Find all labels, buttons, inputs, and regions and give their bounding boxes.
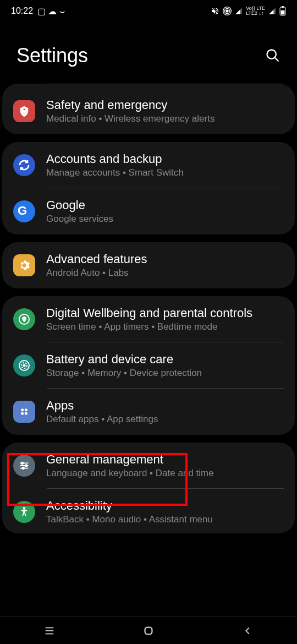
navigation-bar (0, 616, 297, 644)
setting-item-advanced[interactable]: Advanced featuresAndroid Auto • Labs (2, 242, 295, 288)
svg-point-15 (21, 408, 24, 411)
setting-title: Accessibility (46, 499, 284, 513)
home-button[interactable] (132, 623, 165, 639)
settings-list: Safety and emergencyMedical info • Wirel… (0, 84, 297, 533)
svg-point-14 (24, 365, 25, 367)
setting-text: Safety and emergencyMedical info • Wirel… (46, 98, 284, 124)
lte-indicator: Vo)) LTELTE2 ↓↑ (246, 6, 265, 16)
hotspot-icon (223, 7, 232, 15)
settings-group: Advanced featuresAndroid Auto • Labs (2, 242, 295, 288)
setting-item-google[interactable]: GGoogleGoogle services (2, 188, 295, 234)
setting-subtitle: Storage • Memory • Device protection (46, 368, 284, 379)
battery-icon (279, 6, 286, 16)
svg-rect-8 (23, 111, 25, 113)
setting-text: GoogleGoogle services (46, 198, 284, 225)
signal-icon-1 (235, 7, 243, 15)
svg-point-9 (24, 109, 25, 110)
search-icon[interactable] (265, 48, 280, 63)
setting-subtitle: TalkBack • Mono audio • Assistant menu (46, 514, 284, 525)
setting-title: Apps (46, 399, 284, 413)
setting-text: Battery and device careStorage • Memory … (46, 352, 284, 379)
recent-apps-button[interactable] (33, 623, 66, 639)
setting-title: General management (46, 452, 284, 467)
svg-text:G: G (18, 205, 27, 217)
setting-text: Digital Wellbeing and parental controlsS… (46, 306, 284, 332)
setting-title: Safety and emergency (46, 98, 284, 112)
settings-group: General managementLanguage and keyboard … (2, 443, 295, 533)
setting-item-general[interactable]: General managementLanguage and keyboard … (2, 443, 295, 489)
settings-group: Digital Wellbeing and parental controlsS… (2, 296, 295, 435)
setting-item-safety[interactable]: Safety and emergencyMedical info • Wirel… (2, 88, 295, 134)
status-time: 10:22 (11, 6, 33, 16)
setting-subtitle: Medical info • Wireless emergency alerts (46, 113, 284, 124)
signal-icon-2 (268, 7, 276, 15)
apps-icon (13, 401, 35, 423)
safety-icon (13, 100, 35, 122)
svg-point-23 (25, 465, 28, 467)
header: Settings (0, 22, 297, 84)
page-title: Settings (16, 44, 88, 67)
battery-icon (13, 354, 35, 376)
settings-group: Accounts and backupManage accounts • Sma… (2, 142, 295, 234)
setting-text: Accounts and backupManage accounts • Sma… (46, 152, 284, 178)
setting-subtitle: Manage accounts • Smart Switch (46, 167, 284, 178)
status-indicators: ▢ ☁ ⌣ (37, 6, 65, 17)
svg-line-7 (275, 58, 279, 62)
setting-title: Battery and device care (46, 352, 284, 367)
setting-subtitle: Google services (46, 214, 284, 225)
setting-title: Digital Wellbeing and parental controls (46, 306, 284, 320)
mute-icon (211, 7, 219, 15)
setting-text: General managementLanguage and keyboard … (46, 452, 284, 479)
setting-item-accessibility[interactable]: AccessibilityTalkBack • Mono audio • Ass… (2, 489, 295, 533)
svg-point-22 (21, 462, 24, 465)
setting-subtitle: Default apps • App settings (46, 414, 284, 425)
setting-subtitle: Android Auto • Labs (46, 268, 284, 279)
wellbeing-icon (13, 308, 35, 330)
svg-point-24 (22, 467, 24, 470)
setting-item-wellbeing[interactable]: Digital Wellbeing and parental controlsS… (2, 296, 295, 342)
settings-group: Safety and emergencyMedical info • Wirel… (2, 84, 295, 134)
setting-title: Accounts and backup (46, 152, 284, 166)
svg-point-17 (21, 412, 24, 415)
svg-rect-4 (282, 6, 284, 8)
svg-point-18 (25, 412, 28, 415)
setting-subtitle: Screen time • App timers • Bedtime mode (46, 321, 284, 332)
setting-item-battery[interactable]: Battery and device careStorage • Memory … (2, 342, 295, 389)
accessibility-icon (13, 501, 35, 523)
svg-point-25 (23, 507, 26, 510)
status-bar: 10:22 ▢ ☁ ⌣ Vo)) LTELTE2 ↓↑ (0, 0, 297, 22)
status-left: 10:22 ▢ ☁ ⌣ (11, 6, 65, 17)
status-right: Vo)) LTELTE2 ↓↑ (211, 6, 286, 16)
svg-point-16 (25, 408, 28, 411)
svg-rect-29 (145, 627, 152, 634)
setting-text: AccessibilityTalkBack • Mono audio • Ass… (46, 499, 284, 525)
setting-text: Advanced featuresAndroid Auto • Labs (46, 252, 284, 279)
setting-subtitle: Language and keyboard • Date and time (46, 468, 284, 479)
svg-point-6 (267, 50, 276, 59)
setting-item-accounts[interactable]: Accounts and backupManage accounts • Sma… (2, 142, 295, 188)
setting-title: Google (46, 198, 284, 212)
accounts-icon (13, 154, 35, 176)
svg-point-0 (226, 10, 228, 12)
general-icon (13, 455, 35, 477)
back-button[interactable] (231, 623, 264, 639)
setting-title: Advanced features (46, 252, 284, 266)
setting-text: AppsDefault apps • App settings (46, 399, 284, 425)
setting-item-apps[interactable]: AppsDefault apps • App settings (2, 389, 295, 435)
google-icon: G (13, 200, 35, 222)
advanced-icon (13, 254, 35, 276)
svg-rect-5 (281, 10, 285, 15)
